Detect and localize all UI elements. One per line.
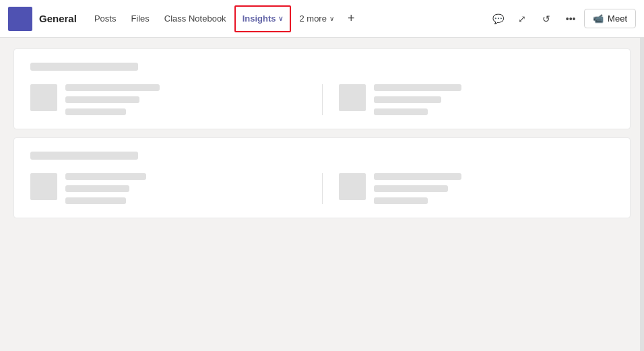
skeleton-line bbox=[374, 108, 428, 115]
expand-icon: ⤢ bbox=[518, 13, 526, 24]
lines-1 bbox=[65, 84, 306, 115]
more-options-button[interactable]: ••• bbox=[560, 8, 581, 30]
avatar-skeleton-2 bbox=[339, 84, 366, 111]
refresh-icon: ↺ bbox=[542, 13, 550, 24]
header: General Posts Files Class Notebook Insig… bbox=[0, 0, 644, 38]
nav-tabs: Posts Files Class Notebook Insights ∨ 2 … bbox=[88, 0, 487, 38]
card-1 bbox=[13, 49, 631, 129]
app-icon bbox=[8, 7, 32, 31]
meet-button[interactable]: 📹 Meet bbox=[584, 9, 636, 28]
card-2-right bbox=[322, 173, 614, 204]
card-1-title-skeleton bbox=[30, 63, 138, 71]
skeleton-line bbox=[374, 84, 461, 91]
chat-icon: 💬 bbox=[492, 13, 504, 24]
skeleton-line bbox=[65, 185, 129, 192]
scrollbar-track[interactable] bbox=[640, 38, 644, 351]
skeleton-line bbox=[65, 173, 146, 180]
add-tab-button[interactable]: + bbox=[342, 0, 360, 38]
skeleton-line bbox=[374, 185, 448, 192]
tab-class-notebook[interactable]: Class Notebook bbox=[158, 0, 233, 38]
lines-2 bbox=[374, 84, 614, 115]
avatar-skeleton-3 bbox=[30, 173, 57, 200]
chat-icon-button[interactable]: 💬 bbox=[487, 8, 509, 30]
card-1-left bbox=[30, 84, 322, 115]
chevron-down-icon: ∨ bbox=[329, 15, 334, 22]
tab-posts[interactable]: Posts bbox=[88, 0, 123, 38]
avatar-skeleton-1 bbox=[30, 84, 57, 111]
card-2-left bbox=[30, 173, 322, 204]
skeleton-line bbox=[374, 173, 461, 180]
lines-3 bbox=[65, 173, 306, 204]
card-2-title-skeleton bbox=[30, 152, 138, 160]
tab-insights[interactable]: Insights ∨ bbox=[234, 5, 292, 32]
video-icon: 📹 bbox=[593, 13, 604, 24]
skeleton-line bbox=[65, 96, 139, 103]
card-1-body bbox=[30, 84, 614, 115]
main-content bbox=[0, 38, 644, 351]
skeleton-line bbox=[65, 84, 160, 91]
chevron-down-icon: ∨ bbox=[278, 15, 283, 22]
card-2-body bbox=[30, 173, 614, 204]
tab-more[interactable]: 2 more ∨ bbox=[292, 0, 340, 38]
skeleton-line bbox=[374, 96, 441, 103]
lines-4 bbox=[374, 173, 614, 204]
skeleton-line bbox=[374, 197, 428, 204]
card-2 bbox=[13, 137, 631, 218]
expand-button[interactable]: ⤢ bbox=[511, 8, 533, 30]
more-icon: ••• bbox=[566, 13, 576, 24]
refresh-button[interactable]: ↺ bbox=[536, 8, 557, 30]
skeleton-line bbox=[65, 108, 126, 115]
skeleton-line bbox=[65, 197, 126, 204]
card-1-right bbox=[322, 84, 614, 115]
channel-name: General bbox=[39, 13, 77, 24]
avatar-skeleton-4 bbox=[339, 173, 366, 200]
header-actions: 💬 ⤢ ↺ ••• 📹 Meet bbox=[487, 8, 636, 30]
tab-files[interactable]: Files bbox=[124, 0, 156, 38]
